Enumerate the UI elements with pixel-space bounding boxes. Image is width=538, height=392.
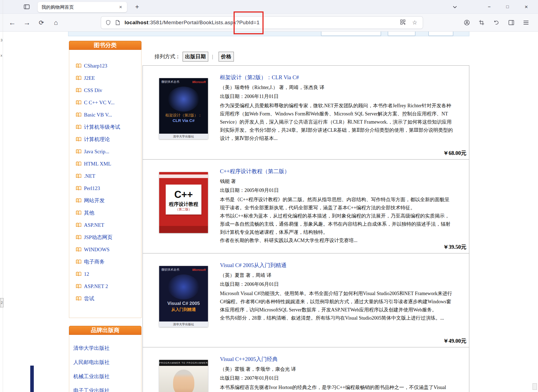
category-label: CSharp123: [84, 63, 107, 69]
book-details: C++程序设计教程（第二版）钱能 著出版日期：2005年09月01日本书是《C+…: [220, 168, 454, 244]
category-link[interactable]: 12: [69, 268, 141, 280]
hamburger-menu-icon[interactable]: [520, 16, 532, 29]
sort-separator: |: [212, 54, 213, 60]
book-cover[interactable]: 微软技术丛书Microsoft框架设计（第2版）：CLR Via C#清华大学出…: [159, 78, 208, 139]
page-search-input[interactable]: [321, 32, 381, 36]
qr-scan-icon[interactable]: [400, 19, 406, 26]
category-label: 电子商务: [84, 258, 105, 265]
category-link[interactable]: CSharp123: [69, 60, 141, 72]
sidebar-panel-icon[interactable]: [506, 16, 517, 29]
window-minimize-button[interactable]: −: [483, 0, 495, 14]
category-link[interactable]: 计算机理论: [69, 133, 141, 145]
category-link[interactable]: HTML XML: [69, 158, 141, 170]
book-cover[interactable]: 微软技术丛书MicrosoftVisual C# 2005从入门到精通清华大学出…: [159, 266, 208, 327]
new-tab-button[interactable]: +: [133, 2, 141, 11]
sort-by-date-button[interactable]: 出版日期: [183, 52, 208, 62]
category-link[interactable]: .NET: [69, 170, 141, 182]
page-header-button[interactable]: [428, 32, 453, 36]
open-book-icon: [76, 284, 81, 289]
cover-title-lines: C++程序设计教程（第二版）: [166, 185, 201, 215]
category-link[interactable]: ASP.NET 2: [69, 280, 141, 292]
background-fragment: [30, 366, 34, 392]
cover-art: [168, 274, 199, 299]
category-link[interactable]: WINDOWS: [69, 243, 141, 256]
book-title-link[interactable]: Visual C++2005入门经典: [220, 356, 454, 363]
publisher-link[interactable]: 电子工业出版社: [69, 384, 141, 392]
book-description: 作为深受编程人员爱戴和尊敬的编程专家，微软.NET开发团队的顾问，本书作者Jef…: [220, 102, 454, 142]
category-link[interactable]: 计算机等级考试: [69, 121, 141, 133]
shield-icon[interactable]: [105, 20, 111, 25]
book-title-link[interactable]: C++程序设计教程（第二版）: [220, 168, 454, 175]
undo-icon[interactable]: [491, 16, 502, 29]
book-description: 本书是《C++程序设计教程》的第二版。然而从指导思想、内容结构、写作特点等方面，…: [220, 195, 454, 244]
back-button[interactable]: ←: [6, 16, 18, 29]
category-panel-header: 图书分类: [69, 41, 141, 50]
category-link[interactable]: 网站开发: [69, 194, 141, 207]
list-tabs-chevron-icon[interactable]: [449, 0, 461, 14]
category-link[interactable]: 其他: [69, 207, 141, 219]
open-book-icon: [76, 137, 81, 142]
category-label: Java Scrip...: [84, 149, 109, 155]
book-title-link[interactable]: 框架设计（第2版）：CLR Via C#: [220, 74, 454, 81]
category-link[interactable]: ASP.NET: [69, 219, 141, 231]
open-book-icon: [76, 76, 81, 80]
screenshot-icon[interactable]: [476, 16, 487, 29]
open-book-icon: [76, 210, 81, 215]
account-icon[interactable]: [461, 16, 473, 29]
url-path: :3581/MemberPortal/BookLists.aspx: [149, 20, 236, 26]
category-link[interactable]: JSP动态网页: [69, 231, 141, 243]
book-description: Microsoft Visual C#功能强大、使用简单。本书全面介绍了如何利用…: [220, 289, 454, 322]
window-maximize-button[interactable]: □: [502, 0, 513, 14]
browser-toolbar: ← → ⟳ ⌂ localhost:3581/MemberPortal/Book…: [0, 14, 538, 32]
page-header-button[interactable]: [388, 32, 415, 36]
cover-publisher-label: 清华大学出版社: [159, 321, 208, 327]
category-label: J2EE: [84, 75, 95, 81]
forward-button[interactable]: →: [21, 16, 33, 29]
book-category-panel: CSharp123J2EECSS DivC C++ VC V...Basic V…: [69, 50, 141, 318]
book-cover[interactable]: PROGRAMMER TO PROGRAMMERIvor Horton's Be…: [159, 360, 208, 392]
firefox-view-icon[interactable]: [22, 2, 32, 11]
category-label: JSP动态网页: [84, 234, 113, 241]
background-fragment: 2: [0, 298, 4, 307]
page-info-icon[interactable]: [115, 20, 120, 25]
open-book-icon: [76, 149, 81, 154]
category-link[interactable]: Java Scrip...: [69, 145, 141, 158]
category-link[interactable]: CSS Div: [69, 84, 141, 96]
book-list-item: 微软技术丛书Microsoft框架设计（第2版）：CLR Via C#清华大学出…: [143, 66, 469, 160]
book-price: ￥39.50元: [443, 243, 466, 251]
book-cover[interactable]: C++程序设计教程（第二版）: [159, 172, 208, 233]
category-link[interactable]: 电子商务: [69, 256, 141, 268]
cover-series-label: 微软技术丛书: [161, 268, 179, 272]
home-button[interactable]: ⌂: [50, 16, 62, 29]
bookmark-star-icon[interactable]: ☆: [412, 19, 417, 26]
open-book-icon: [76, 223, 81, 227]
open-book-icon: [76, 296, 81, 301]
tab-close-icon[interactable]: ×: [118, 4, 123, 10]
category-link[interactable]: C C++ VC V...: [69, 96, 141, 109]
reload-button[interactable]: ⟳: [35, 16, 47, 29]
category-link[interactable]: Basic VB V...: [69, 109, 141, 121]
category-label: C C++ VC V...: [84, 100, 114, 106]
publisher-link[interactable]: 机械工业出版社: [69, 369, 141, 384]
book-publish-date: 出版日期：2006年06月01日: [220, 281, 454, 287]
open-book-icon: [76, 235, 81, 240]
cover-art: [168, 87, 199, 112]
active-tab[interactable]: 我的购物网首页 ×: [38, 2, 127, 12]
publisher-link[interactable]: 人民邮电出版社: [69, 355, 141, 369]
open-book-icon: [76, 161, 81, 166]
cover-series-label: PROGRAMMER TO PROGRAMMER: [159, 360, 208, 366]
category-link[interactable]: Perl123: [69, 182, 141, 194]
publisher-link[interactable]: 清华大学出版社: [69, 341, 141, 355]
url-bar[interactable]: localhost:3581/MemberPortal/BookLists.as…: [101, 17, 423, 29]
cover-header: 微软技术丛书Microsoft: [159, 266, 208, 272]
book-title-link[interactable]: Visual C# 2005从入门到精通: [220, 262, 454, 269]
category-label: HTML XML: [84, 161, 111, 167]
category-label: 尝试: [84, 295, 94, 302]
cover-bottom-strip: [159, 226, 208, 233]
sort-by-price-button[interactable]: 价格: [219, 52, 234, 62]
book-details: Visual C# 2005从入门到精通（英）夏普 著，周靖 译出版日期：200…: [220, 262, 454, 322]
category-link[interactable]: J2EE: [69, 72, 141, 84]
category-label: .NET: [84, 173, 95, 179]
window-close-button[interactable]: ×: [521, 0, 532, 14]
category-link[interactable]: 尝试: [69, 292, 141, 305]
